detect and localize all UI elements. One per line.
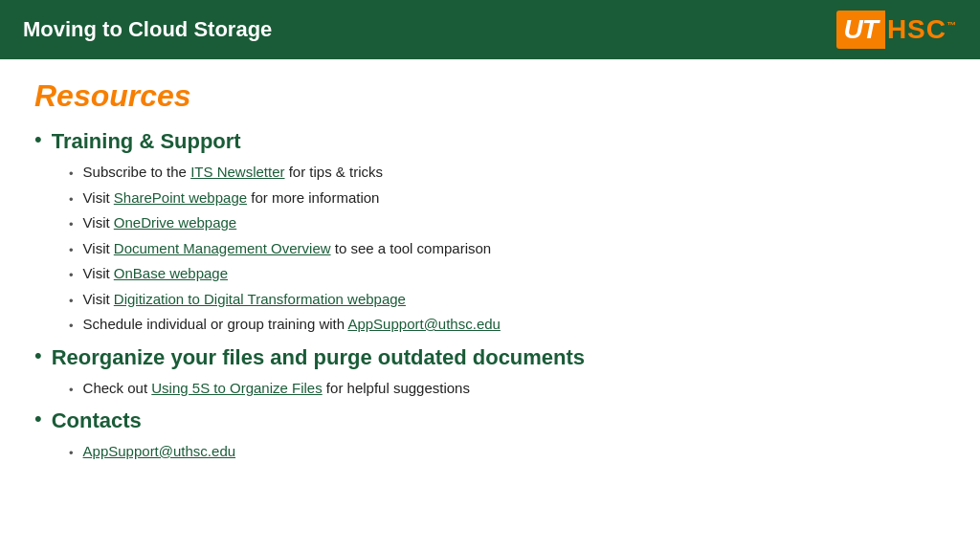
- list-item: •Visit SharePoint webpage for more infor…: [69, 187, 946, 209]
- sub-bullet-dot: •: [69, 215, 74, 234]
- sub-bullet-dot: •: [69, 444, 74, 463]
- list-item: •Schedule individual or group training w…: [69, 314, 946, 336]
- resource-link[interactable]: OneDrive webpage: [114, 214, 236, 231]
- sub-bullet-text: Visit OnBase webpage: [83, 263, 229, 285]
- sub-bullet-dot: •: [69, 381, 74, 400]
- header-title: Moving to Cloud Storage: [23, 17, 272, 42]
- sections-container: •Training & Support•Subscribe to the ITS…: [34, 129, 946, 463]
- bullet-dot: •: [34, 127, 42, 152]
- bullet-dot: •: [34, 407, 42, 431]
- list-item: •Visit OnBase webpage: [69, 263, 946, 285]
- sub-bullets-contacts: •AppSupport@uthsc.edu: [69, 441, 946, 463]
- resource-link[interactable]: AppSupport@uthsc.edu: [83, 443, 236, 459]
- sub-bullet-text: Visit Document Management Overview to se…: [83, 238, 492, 260]
- logo-ut-text: UT: [836, 11, 885, 49]
- resource-link[interactable]: AppSupport@uthsc.edu: [347, 316, 501, 332]
- main-bullet-reorganize: •Reorganize your files and purge outdate…: [34, 345, 946, 370]
- sub-bullet-dot: •: [69, 165, 74, 184]
- sub-bullet-text: Check out Using 5S to Organize Files for…: [83, 378, 470, 400]
- resource-link[interactable]: ITS Newsletter: [190, 164, 284, 180]
- list-item: •Subscribe to the ITS Newsletter for tip…: [69, 162, 946, 184]
- main-bullet-training: •Training & Support: [34, 129, 946, 154]
- sub-bullet-text: Subscribe to the ITS Newsletter for tips…: [83, 162, 383, 184]
- sub-bullet-dot: •: [69, 266, 74, 285]
- list-item: •Check out Using 5S to Organize Files fo…: [69, 378, 946, 400]
- resource-link[interactable]: OnBase webpage: [114, 265, 228, 281]
- resource-link[interactable]: Document Management Overview: [114, 240, 331, 256]
- logo-hsc-text: HSC™: [887, 14, 957, 45]
- list-item: •AppSupport@uthsc.edu: [69, 441, 946, 463]
- sub-bullet-text: AppSupport@uthsc.edu: [83, 441, 236, 463]
- list-item: •Visit Digitization to Digital Transform…: [69, 289, 946, 311]
- sub-bullet-text: Visit SharePoint webpage for more inform…: [83, 187, 380, 209]
- sub-bullets-reorganize: •Check out Using 5S to Organize Files fo…: [69, 378, 946, 400]
- section-training: •Training & Support•Subscribe to the ITS…: [34, 129, 946, 336]
- main-bullet-contacts: •Contacts: [34, 408, 946, 433]
- section-contacts: •Contacts•AppSupport@uthsc.edu: [34, 408, 946, 463]
- section-heading-text: Reorganize your files and purge outdated…: [52, 345, 585, 370]
- list-item: •Visit OneDrive webpage: [69, 212, 946, 234]
- section-heading-text: Contacts: [52, 408, 142, 433]
- logo: UT HSC™: [836, 11, 957, 49]
- resource-link[interactable]: Using 5S to Organize Files: [151, 380, 322, 396]
- list-item: •Visit Document Management Overview to s…: [69, 238, 946, 260]
- resource-link[interactable]: SharePoint webpage: [114, 189, 247, 206]
- section-heading-text: Training & Support: [52, 129, 241, 154]
- sub-bullet-text: Schedule individual or group training wi…: [83, 314, 501, 336]
- section-reorganize: •Reorganize your files and purge outdate…: [34, 345, 946, 400]
- sub-bullet-text: Visit OneDrive webpage: [83, 212, 237, 234]
- resource-link[interactable]: Digitization to Digital Transformation w…: [114, 291, 406, 307]
- sub-bullet-dot: •: [69, 317, 74, 336]
- sub-bullet-text: Visit Digitization to Digital Transforma…: [83, 289, 406, 311]
- sub-bullets-training: •Subscribe to the ITS Newsletter for tip…: [69, 162, 946, 336]
- sub-bullet-dot: •: [69, 190, 74, 209]
- sub-bullet-dot: •: [69, 241, 74, 260]
- bullet-dot: •: [34, 343, 42, 368]
- section-heading: Resources: [34, 78, 946, 114]
- sub-bullet-dot: •: [69, 292, 74, 311]
- main-content: Resources •Training & Support•Subscribe …: [0, 59, 980, 488]
- page-header: Moving to Cloud Storage UT HSC™: [0, 0, 980, 59]
